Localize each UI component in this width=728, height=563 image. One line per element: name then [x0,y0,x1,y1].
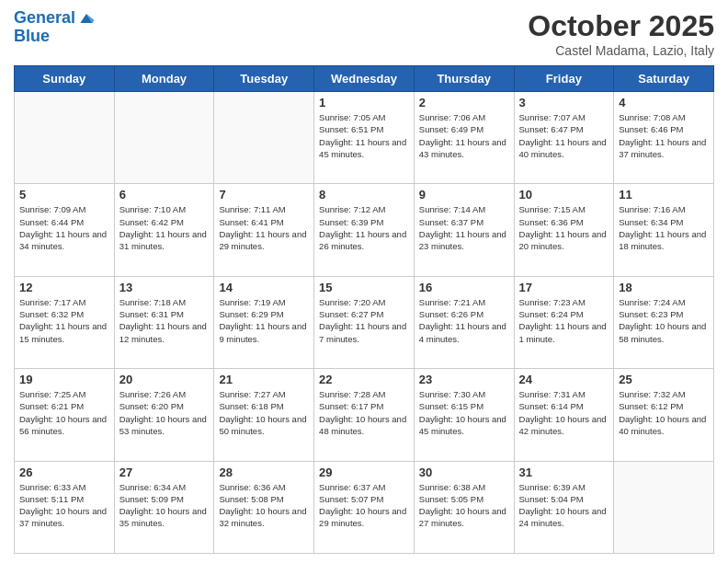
day-number: 1 [319,96,409,109]
weekday-header-wednesday: Wednesday [314,66,415,92]
calendar-cell [15,92,115,184]
month-title: October 2025 [528,9,714,43]
calendar-week-row: 19Sunrise: 7:25 AM Sunset: 6:21 PM Dayli… [15,369,714,461]
calendar-week-row: 12Sunrise: 7:17 AM Sunset: 6:32 PM Dayli… [15,276,714,368]
weekday-header-row: SundayMondayTuesdayWednesdayThursdayFrid… [15,66,714,92]
day-number: 12 [19,281,109,294]
day-info: Sunrise: 7:05 AM Sunset: 6:51 PM Dayligh… [319,111,409,160]
day-info: Sunrise: 6:38 AM Sunset: 5:05 PM Dayligh… [419,481,509,530]
calendar-cell: 21Sunrise: 7:27 AM Sunset: 6:18 PM Dayli… [214,369,314,461]
day-info: Sunrise: 6:33 AM Sunset: 5:11 PM Dayligh… [19,481,109,530]
day-info: Sunrise: 7:26 AM Sunset: 6:20 PM Dayligh… [119,388,210,437]
day-number: 9 [419,188,509,201]
day-info: Sunrise: 6:36 AM Sunset: 5:08 PM Dayligh… [219,481,309,530]
day-number: 29 [319,465,409,479]
weekday-header-sunday: Sunday [15,66,115,92]
calendar-cell: 12Sunrise: 7:17 AM Sunset: 6:32 PM Dayli… [15,276,115,368]
day-info: Sunrise: 7:25 AM Sunset: 6:21 PM Dayligh… [19,388,109,437]
day-info: Sunrise: 7:09 AM Sunset: 6:44 PM Dayligh… [19,203,109,252]
calendar-cell: 31Sunrise: 6:39 AM Sunset: 5:04 PM Dayli… [514,461,614,553]
day-number: 24 [519,373,609,386]
location: Castel Madama, Lazio, Italy [528,43,714,58]
day-info: Sunrise: 7:20 AM Sunset: 6:27 PM Dayligh… [319,296,409,345]
calendar-week-row: 26Sunrise: 6:33 AM Sunset: 5:11 PM Dayli… [15,461,714,553]
calendar-cell: 14Sunrise: 7:19 AM Sunset: 6:29 PM Dayli… [214,276,314,368]
day-number: 18 [619,281,709,294]
logo-text-general: General [14,9,75,28]
day-info: Sunrise: 7:06 AM Sunset: 6:49 PM Dayligh… [419,111,509,160]
day-number: 8 [319,188,409,201]
calendar-cell: 17Sunrise: 7:23 AM Sunset: 6:24 PM Dayli… [514,276,614,368]
day-info: Sunrise: 6:34 AM Sunset: 5:09 PM Dayligh… [119,481,210,530]
day-info: Sunrise: 6:39 AM Sunset: 5:04 PM Dayligh… [519,481,609,530]
day-number: 26 [19,465,109,479]
calendar-cell: 28Sunrise: 6:36 AM Sunset: 5:08 PM Dayli… [214,461,314,553]
weekday-header-friday: Friday [514,66,614,92]
day-info: Sunrise: 7:27 AM Sunset: 6:18 PM Dayligh… [219,388,309,437]
day-number: 31 [519,465,609,479]
day-number: 17 [519,281,609,294]
day-info: Sunrise: 7:19 AM Sunset: 6:29 PM Dayligh… [219,296,309,345]
calendar-cell: 9Sunrise: 7:14 AM Sunset: 6:37 PM Daylig… [414,184,514,276]
calendar-cell: 30Sunrise: 6:38 AM Sunset: 5:05 PM Dayli… [414,461,514,553]
day-number: 14 [219,281,309,294]
day-info: Sunrise: 7:28 AM Sunset: 6:17 PM Dayligh… [319,388,409,437]
day-number: 15 [319,281,409,294]
day-info: Sunrise: 7:16 AM Sunset: 6:34 PM Dayligh… [619,203,709,252]
day-info: Sunrise: 7:11 AM Sunset: 6:41 PM Dayligh… [219,203,309,252]
day-number: 13 [119,281,210,294]
day-number: 20 [119,373,210,386]
day-info: Sunrise: 7:15 AM Sunset: 6:36 PM Dayligh… [519,203,609,252]
day-number: 27 [119,465,210,479]
weekday-header-saturday: Saturday [614,66,714,92]
day-number: 2 [419,96,509,109]
day-info: Sunrise: 7:18 AM Sunset: 6:31 PM Dayligh… [119,296,210,345]
calendar-cell: 24Sunrise: 7:31 AM Sunset: 6:14 PM Dayli… [514,369,614,461]
calendar-cell: 1Sunrise: 7:05 AM Sunset: 6:51 PM Daylig… [314,92,415,184]
calendar-cell: 26Sunrise: 6:33 AM Sunset: 5:11 PM Dayli… [15,461,115,553]
calendar-cell: 13Sunrise: 7:18 AM Sunset: 6:31 PM Dayli… [114,276,214,368]
day-number: 11 [619,188,709,201]
logo: General Blue [14,9,96,46]
day-number: 19 [19,373,109,386]
day-number: 5 [19,188,109,201]
calendar-cell: 29Sunrise: 6:37 AM Sunset: 5:07 PM Dayli… [314,461,415,553]
header: General Blue October 2025 Castel Madama,… [14,9,714,58]
day-info: Sunrise: 7:12 AM Sunset: 6:39 PM Dayligh… [319,203,409,252]
day-number: 10 [519,188,609,201]
weekday-header-thursday: Thursday [414,66,514,92]
calendar-cell: 4Sunrise: 7:08 AM Sunset: 6:46 PM Daylig… [614,92,714,184]
calendar-cell: 6Sunrise: 7:10 AM Sunset: 6:42 PM Daylig… [114,184,214,276]
calendar-cell: 3Sunrise: 7:07 AM Sunset: 6:47 PM Daylig… [514,92,614,184]
calendar-week-row: 5Sunrise: 7:09 AM Sunset: 6:44 PM Daylig… [15,184,714,276]
calendar-table: SundayMondayTuesdayWednesdayThursdayFrid… [14,65,714,554]
calendar-cell: 11Sunrise: 7:16 AM Sunset: 6:34 PM Dayli… [614,184,714,276]
title-block: October 2025 Castel Madama, Lazio, Italy [528,9,714,58]
day-info: Sunrise: 7:14 AM Sunset: 6:37 PM Dayligh… [419,203,509,252]
day-number: 6 [119,188,210,201]
day-number: 28 [219,465,309,479]
weekday-header-tuesday: Tuesday [214,66,314,92]
page: General Blue October 2025 Castel Madama,… [0,0,728,563]
calendar-cell: 8Sunrise: 7:12 AM Sunset: 6:39 PM Daylig… [314,184,415,276]
day-info: Sunrise: 7:10 AM Sunset: 6:42 PM Dayligh… [119,203,210,252]
calendar-cell: 16Sunrise: 7:21 AM Sunset: 6:26 PM Dayli… [414,276,514,368]
day-info: Sunrise: 7:32 AM Sunset: 6:12 PM Dayligh… [619,388,709,437]
weekday-header-monday: Monday [114,66,214,92]
day-info: Sunrise: 7:23 AM Sunset: 6:24 PM Dayligh… [519,296,609,345]
calendar-cell: 20Sunrise: 7:26 AM Sunset: 6:20 PM Dayli… [114,369,214,461]
calendar-cell: 27Sunrise: 6:34 AM Sunset: 5:09 PM Dayli… [114,461,214,553]
day-info: Sunrise: 7:07 AM Sunset: 6:47 PM Dayligh… [519,111,609,160]
calendar-cell: 5Sunrise: 7:09 AM Sunset: 6:44 PM Daylig… [15,184,115,276]
day-number: 7 [219,188,309,201]
calendar-cell: 15Sunrise: 7:20 AM Sunset: 6:27 PM Dayli… [314,276,415,368]
calendar-cell [114,92,214,184]
calendar-cell: 19Sunrise: 7:25 AM Sunset: 6:21 PM Dayli… [15,369,115,461]
day-info: Sunrise: 6:37 AM Sunset: 5:07 PM Dayligh… [319,481,409,530]
day-info: Sunrise: 7:08 AM Sunset: 6:46 PM Dayligh… [619,111,709,160]
calendar-cell: 18Sunrise: 7:24 AM Sunset: 6:23 PM Dayli… [614,276,714,368]
logo-text-blue: Blue [14,28,50,46]
day-info: Sunrise: 7:31 AM Sunset: 6:14 PM Dayligh… [519,388,609,437]
day-number: 30 [419,465,509,479]
calendar-cell: 25Sunrise: 7:32 AM Sunset: 6:12 PM Dayli… [614,369,714,461]
